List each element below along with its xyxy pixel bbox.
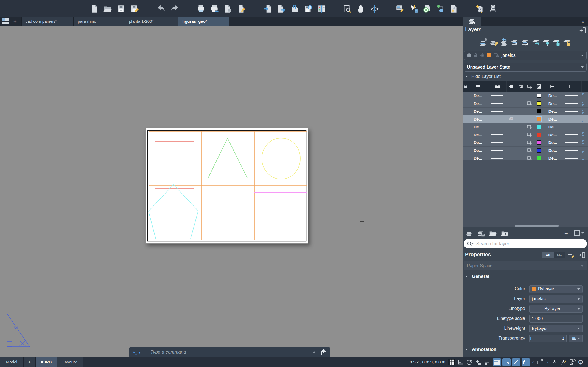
print-export-button[interactable] [209,3,220,14]
column-vp-override-icon[interactable] [525,81,534,92]
tab-planta-1-200[interactable]: planta 1-200* [125,17,178,26]
slider-handle[interactable] [530,337,531,340]
layer-group-filter-button[interactable] [500,229,509,238]
command-prompt-icon[interactable]: >_ [133,350,137,354]
selection-next-icon[interactable]: › [545,359,549,365]
column-lineweight-icon[interactable] [544,81,562,92]
layer-freeze-icon[interactable] [531,37,540,47]
save-as-button[interactable] [129,3,140,14]
share-icon[interactable] [321,349,327,356]
layer-color-swatch[interactable] [537,140,541,145]
properties-edit-icon[interactable] [568,252,575,259]
selection-prev-icon[interactable]: ‹ [531,359,535,365]
column-color-icon[interactable] [534,81,544,92]
layer-row[interactable]: De... De... [463,92,588,100]
insert-block-button[interactable] [422,3,433,14]
layout-tab-a3rd[interactable]: A3RD [36,357,57,367]
column-lock-icon[interactable] [463,81,468,92]
palette-overflow-button[interactable]: » [580,17,586,26]
polar-tracking-icon[interactable] [466,358,473,366]
layer-off-icon[interactable] [541,37,551,47]
plot-edit-button[interactable] [236,3,247,14]
search-icon[interactable] [467,241,474,246]
hide-layer-list-toggle[interactable]: Hide Layer List [465,74,501,79]
layer-color-swatch[interactable] [537,94,541,98]
tab-figuras-geo[interactable]: figuras_geo* [178,17,229,26]
tab-cad-com-paineis[interactable]: cad com paineis* [21,17,74,26]
point-style-button[interactable] [435,3,446,14]
open-file-button[interactable] [102,3,113,14]
layers-palette-tab[interactable] [463,17,481,26]
column-name-icon[interactable] [468,81,488,92]
attach-reference-button[interactable] [290,3,301,14]
layer-state-dropdown[interactable]: Unsaved Layer State [464,63,587,72]
layer-search-input[interactable] [476,241,584,247]
layer-row[interactable]: De... De... [463,108,588,115]
osnap-icon[interactable] [475,358,482,366]
layer-row[interactable]: De... De... [463,123,588,131]
tab-para-rhino[interactable]: para rhino [74,17,125,26]
layer-lock-icon[interactable] [551,37,561,47]
linetype-select[interactable]: ByLayer [529,305,583,313]
layers-dock-icon[interactable] [579,27,586,35]
space-indicator-dropdown[interactable]: Paper Space [464,261,587,270]
save-button[interactable] [116,3,127,14]
export-button[interactable] [276,3,287,14]
filter-my-button[interactable]: My [554,252,565,258]
grid-display-icon[interactable] [447,358,455,366]
filter-all-button[interactable]: All [542,252,554,258]
save-web-button[interactable] [303,3,314,14]
layer-row[interactable]: De... De... [463,139,588,147]
new-layer-properties-button[interactable] [477,229,485,238]
render-preview-button[interactable] [475,3,486,14]
lineweight-select[interactable]: ByLayer [529,325,583,332]
color-select[interactable]: ByLayer [529,285,583,293]
layout-grid-icon[interactable] [2,18,9,25]
layer-previous-icon[interactable] [499,37,509,47]
annotation-scale-icon[interactable] [569,358,576,366]
undo-button[interactable] [156,3,167,14]
properties-dock-icon[interactable] [579,252,586,259]
cyan-pentagon-shape[interactable] [149,185,198,239]
general-section-header[interactable]: General [465,274,489,279]
column-new-vp-icon[interactable] [516,81,525,92]
new-layer-icon[interactable] [478,37,488,47]
polar-angle-toggle[interactable] [512,358,520,366]
column-linetype-icon[interactable] [488,81,506,92]
layer-color-swatch[interactable] [537,133,541,137]
horizontal-scrollbar[interactable] [515,225,559,227]
new-layout-button[interactable]: + [24,357,36,367]
quick-select-button[interactable] [408,3,419,14]
columns-button[interactable] [572,230,586,236]
new-file-button[interactable] [89,3,100,14]
zoom-window-button[interactable] [342,3,353,14]
orbit-button[interactable] [369,3,380,14]
ortho-icon[interactable] [457,358,464,366]
dynamic-ucs-toggle[interactable] [522,358,530,366]
annotation-visibility-icon[interactable] [551,358,558,366]
new-layer-button[interactable] [465,229,474,238]
redo-button[interactable] [169,3,180,14]
command-bar[interactable]: >_ Type a command [129,347,330,357]
layer-unlock-icon[interactable] [562,37,572,47]
layer-color-swatch[interactable] [537,148,541,153]
layer-color-swatch[interactable] [537,117,541,121]
annotation-autoscale-icon[interactable] [560,358,567,366]
transparency-slider[interactable]: 0 [529,335,567,342]
delete-layer-button[interactable]: − [563,230,570,238]
selection-cycling-icon[interactable] [536,358,544,366]
yellow-circle-shape[interactable] [262,138,300,179]
layer-unisolate-icon[interactable] [520,37,530,47]
object-snap-toggle[interactable] [502,358,511,366]
green-triangle-shape[interactable] [208,138,247,178]
layer-color-swatch[interactable] [537,109,541,113]
import-button[interactable] [263,3,274,14]
layout-tab-layout2[interactable]: Layout2 [57,357,83,367]
layer-isolate-icon[interactable] [510,37,519,47]
layer-color-swatch[interactable] [537,156,541,160]
layer-group-button[interactable] [488,229,497,238]
command-input[interactable]: Type a command [150,349,313,355]
layer-row[interactable]: De... De... [463,131,588,139]
layer-row-selected[interactable]: De... De... [463,115,588,123]
column-plot-icon[interactable] [506,81,516,92]
